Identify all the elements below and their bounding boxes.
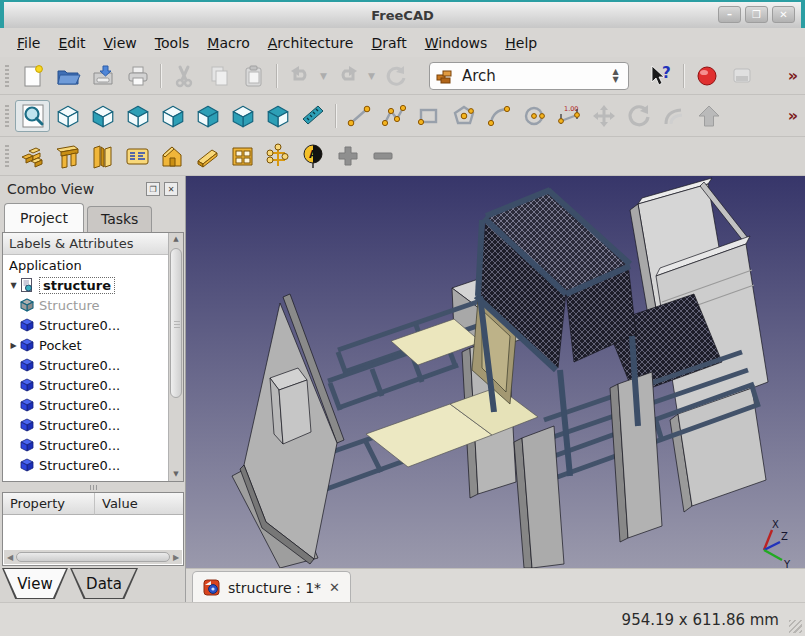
- add-component-button[interactable]: [330, 140, 365, 172]
- scroll-up-icon[interactable]: ▲: [169, 233, 183, 246]
- menu-windows[interactable]: Windows: [416, 32, 497, 54]
- close-button[interactable]: ✕: [772, 6, 795, 23]
- tree-item[interactable]: Structure0...: [3, 395, 183, 415]
- tree-item-pocket[interactable]: ▶ Pocket: [3, 335, 183, 355]
- property-hscrollbar[interactable]: ◀ ▶: [4, 550, 182, 564]
- tab-data[interactable]: Data: [70, 568, 138, 599]
- tab-project[interactable]: Project: [4, 203, 84, 232]
- tree-item[interactable]: Structure0...: [3, 315, 183, 335]
- bottom-view-button[interactable]: [225, 100, 260, 132]
- draft-wire-button[interactable]: [376, 100, 411, 132]
- tab-close-icon[interactable]: ✕: [329, 580, 340, 595]
- copy-button[interactable]: [201, 60, 236, 92]
- toolbar-overflow-chevron[interactable]: »: [788, 66, 798, 85]
- draft-arc-button[interactable]: [481, 100, 516, 132]
- tree-root-application[interactable]: Application: [3, 255, 183, 275]
- toolbar-drag-handle[interactable]: [5, 105, 9, 127]
- combo-view-header[interactable]: Combo View ❐ ✕: [0, 176, 185, 202]
- measure-distance-button[interactable]: [295, 100, 330, 132]
- tree-item-structure[interactable]: ▼ structure: [3, 275, 183, 295]
- tab-view[interactable]: View: [2, 568, 68, 599]
- panel-float-icon[interactable]: ❐: [146, 182, 160, 196]
- draft-dimension-button[interactable]: 1.00: [551, 100, 586, 132]
- draft-line-button[interactable]: [341, 100, 376, 132]
- redo-dropdown-arrow[interactable]: ▼: [365, 71, 378, 81]
- menu-architecture[interactable]: Architecture: [259, 32, 363, 54]
- scroll-right-icon[interactable]: ▶: [170, 553, 182, 562]
- print-button[interactable]: [120, 60, 155, 92]
- tree-item[interactable]: Structure0...: [3, 355, 183, 375]
- arch-structure-button[interactable]: [50, 140, 85, 172]
- arch-panel-button[interactable]: [225, 140, 260, 172]
- tree-item[interactable]: Structure0...: [3, 375, 183, 395]
- cut-button[interactable]: [166, 60, 201, 92]
- panel-close-icon[interactable]: ✕: [164, 182, 178, 196]
- property-hscrollbar-thumb[interactable]: [16, 552, 170, 562]
- toolbar-drag-handle[interactable]: [5, 65, 9, 87]
- scroll-down-icon[interactable]: ▼: [169, 468, 183, 481]
- axonometric-view-button[interactable]: [50, 100, 85, 132]
- draft-circle-button[interactable]: [516, 100, 551, 132]
- tree-item[interactable]: Structure0...: [3, 435, 183, 455]
- panel-splitter[interactable]: [0, 483, 186, 492]
- document-tab[interactable]: structure : 1* ✕: [192, 571, 351, 603]
- scroll-left-icon[interactable]: ◀: [4, 553, 16, 562]
- draft-rectangle-button[interactable]: [411, 100, 446, 132]
- fit-all-button[interactable]: [15, 100, 50, 132]
- arch-axis-system-button[interactable]: [260, 140, 295, 172]
- redo-button[interactable]: [330, 60, 365, 92]
- left-view-button[interactable]: [260, 100, 295, 132]
- paste-button[interactable]: [236, 60, 271, 92]
- toolbar-drag-handle[interactable]: [5, 145, 9, 167]
- top-view-button[interactable]: [120, 100, 155, 132]
- save-document-button[interactable]: [85, 60, 120, 92]
- arch-axis-button[interactable]: A: [295, 140, 330, 172]
- draft-offset-button[interactable]: [656, 100, 691, 132]
- draft-polygon-button[interactable]: [446, 100, 481, 132]
- arch-building-button[interactable]: [155, 140, 190, 172]
- front-view-button[interactable]: [85, 100, 120, 132]
- macro-record-button[interactable]: [689, 60, 724, 92]
- toolbar-overflow-chevron[interactable]: »: [788, 106, 798, 125]
- workbench-selector[interactable]: Arch ▲▼: [429, 62, 629, 90]
- draft-upgrade-button[interactable]: [691, 100, 726, 132]
- undo-dropdown-arrow[interactable]: ▼: [317, 71, 330, 81]
- whats-this-button[interactable]: ?: [643, 60, 678, 92]
- refresh-button[interactable]: [378, 60, 413, 92]
- tree-scrollbar-thumb[interactable]: [170, 248, 182, 398]
- workbench-selector-spin[interactable]: ▲▼: [608, 68, 623, 84]
- remove-component-button[interactable]: [365, 140, 400, 172]
- menu-view[interactable]: View: [95, 32, 146, 54]
- property-column-header[interactable]: Property: [3, 493, 95, 515]
- draft-move-button[interactable]: [586, 100, 621, 132]
- 3d-viewport[interactable]: X Z Y: [186, 176, 805, 568]
- undo-button[interactable]: [282, 60, 317, 92]
- macro-stop-button[interactable]: [724, 60, 759, 92]
- expand-arrow-icon[interactable]: ▶: [7, 341, 20, 350]
- minimize-button[interactable]: –: [718, 6, 741, 23]
- resize-grip[interactable]: [789, 620, 802, 633]
- rear-view-button[interactable]: [190, 100, 225, 132]
- arch-roof-button[interactable]: [190, 140, 225, 172]
- value-column-header[interactable]: Value: [95, 493, 183, 515]
- right-view-button[interactable]: [155, 100, 190, 132]
- menu-edit[interactable]: Edit: [49, 32, 94, 54]
- tab-tasks[interactable]: Tasks: [87, 206, 153, 232]
- arch-window-button[interactable]: [85, 140, 120, 172]
- new-document-button[interactable]: [15, 60, 50, 92]
- open-folder-button[interactable]: [50, 60, 85, 92]
- draft-rotate-button[interactable]: [621, 100, 656, 132]
- menu-macro[interactable]: Macro: [198, 32, 258, 54]
- arch-wall-button[interactable]: [15, 140, 50, 172]
- menu-draft[interactable]: Draft: [362, 32, 415, 54]
- collapse-arrow-icon[interactable]: ▼: [7, 281, 20, 290]
- menu-help[interactable]: Help: [496, 32, 546, 54]
- menu-file[interactable]: File: [8, 32, 49, 54]
- arch-schedule-button[interactable]: [120, 140, 155, 172]
- tree-item-structure-hidden[interactable]: Structure: [3, 295, 183, 315]
- menu-tools[interactable]: Tools: [146, 32, 199, 54]
- tree-scrollbar[interactable]: ▲ ▼: [168, 233, 183, 481]
- tree-item[interactable]: Structure0...: [3, 415, 183, 435]
- title-bar[interactable]: FreeCAD – ❒ ✕: [0, 0, 805, 28]
- maximize-button[interactable]: ❒: [745, 6, 768, 23]
